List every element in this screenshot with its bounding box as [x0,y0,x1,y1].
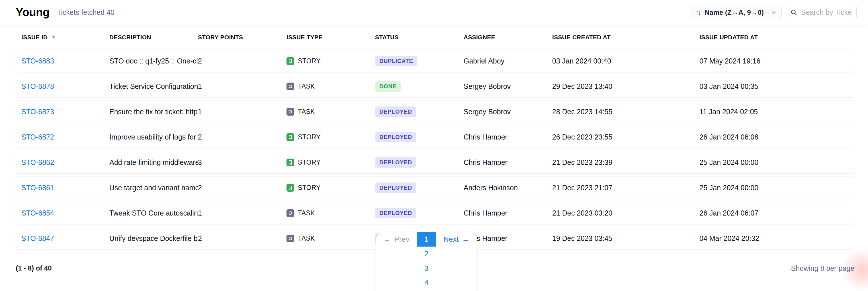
story-points-value: 2 [198,133,286,141]
issue-description: Tweak STO Core autoscaling par... [110,209,198,217]
arrow-right-icon: → [462,235,469,244]
status-cell: DEPLOYED [375,132,464,142]
issue-updated-at: 04 Mar 2024 20:32 [700,234,854,243]
page-number-button[interactable]: 1 [417,232,436,247]
issue-type-cell: STORY [286,184,375,192]
sort-arrows-icon: ↑↓ [695,8,701,17]
story-points-value: 1 [198,82,286,91]
status-cell: DEPLOYED [375,208,464,218]
issue-type-label: STORY [298,57,321,65]
issue-type-label: TASK [298,83,315,90]
top-bar: Young Tickets fetched 40 ↑↓ Name (Z→A, 9… [0,0,868,25]
column-header-issue-type[interactable]: ISSUE TYPE [286,34,375,41]
status-badge: DEPLOYED [375,132,416,142]
story-points-value: 2 [198,57,286,65]
status-cell: DEPLOYED [375,183,464,193]
prev-page-button[interactable]: ← Prev [376,232,417,247]
issue-description: Ticket Service Configuration [110,82,198,91]
story-points-value: 1 [198,209,286,217]
search-input[interactable] [801,8,852,17]
task-icon [286,108,294,116]
page-number-button[interactable]: 3 [417,261,436,276]
issue-description: Unify devspace Dockerfile build [110,234,198,243]
column-header-assignee[interactable]: ASSIGNEE [464,34,552,41]
task-icon [286,209,294,217]
issue-type-label: TASK [298,209,315,217]
issue-type-cell: STORY [286,159,375,166]
issue-type-cell: TASK [286,108,375,116]
story-points-value: 2 [198,184,286,192]
status-badge: DEPLOYED [375,157,416,168]
issue-updated-at: 25 Jan 2024 00:00 [700,184,854,192]
status-cell: DEPLOYED [375,106,464,117]
table-footer: (1 - 8) of 40 ← Prev 1 2 3 4 5 Next → Sh… [16,260,854,277]
issue-type-cell: TASK [286,235,375,242]
sort-dropdown[interactable]: ↑↓ Name (Z→A, 9→0) [690,6,782,19]
table-row: STO-6862 Add rate-limiting middleware to… [16,151,854,174]
column-header-issue-created-at[interactable]: ISSUE CREATED AT [552,34,700,41]
page-number-button[interactable]: 4 [417,276,436,290]
issue-description: Ensure the fix for ticket: https://h... [110,108,198,116]
assignee-name: Sergey Bobrov [464,108,552,116]
table-row: STO-6872 Improve usability of logs for f… [16,126,854,148]
assignee-name: Chris Hamper [464,158,552,167]
issue-type-cell: STORY [286,133,375,141]
column-header-status[interactable]: STATUS [375,34,464,41]
page-number-button[interactable]: 2 [417,247,436,261]
story-icon [286,133,294,141]
issue-id-link[interactable]: STO-6862 [21,158,110,167]
story-points-value: 2 [198,234,286,243]
table-row: STO-6861 Use target and variant name sea… [16,176,854,199]
issue-id-link[interactable]: STO-6873 [21,108,110,116]
page-title: Young [16,6,50,19]
column-header-description[interactable]: DESCRIPTION [110,34,198,41]
issue-created-at: 26 Dec 2023 23:55 [552,133,700,141]
issue-description: Improve usability of logs for failur... [110,133,198,141]
issue-created-at: 21 Dec 2023 21:07 [552,184,700,192]
issue-id-link[interactable]: STO-6854 [21,209,110,217]
issue-type-label: STORY [298,159,321,166]
issue-id-link[interactable]: STO-6872 [21,133,110,141]
search-icon [790,9,798,16]
issue-created-at: 21 Dec 2023 03:20 [552,209,700,217]
issue-created-at: 28 Dec 2023 14:55 [552,108,700,116]
issue-id-link[interactable]: STO-6861 [21,184,110,192]
task-icon [286,83,294,90]
issue-id-link[interactable]: STO-6847 [21,234,110,243]
column-header-issue-updated-at[interactable]: ISSUE UPDATED AT [700,34,854,41]
arrow-left-icon: ← [383,235,391,244]
column-header-story-points[interactable]: STORY POINTS [198,34,286,41]
next-page-button[interactable]: Next → [436,232,477,247]
search-box[interactable] [786,6,857,19]
issue-type-label: STORY [298,133,321,141]
assignee-name: Gabriel Aboy [464,57,552,65]
status-cell: DONE [375,81,464,92]
sort-desc-icon: ▼ [51,34,56,40]
story-points-value: 1 [198,108,286,116]
column-header-issue-id[interactable]: ISSUE ID ▼ [21,34,110,41]
status-badge: DUPLICATE [375,56,417,66]
story-points-value: 3 [198,158,286,167]
assignee-name: Chris Hamper [464,234,552,243]
issue-id-link[interactable]: STO-6883 [21,57,110,65]
story-icon [286,57,294,65]
assignee-name: Chris Hamper [464,133,552,141]
issue-type-label: TASK [298,235,315,242]
table-row: STO-6854 Tweak STO Core autoscaling par.… [16,202,854,224]
issue-updated-at: 11 Jan 2024 02:05 [700,108,854,116]
issue-created-at: 21 Dec 2023 23:39 [552,158,700,167]
assignee-name: Chris Hamper [464,209,552,217]
story-icon [286,184,294,192]
issue-created-at: 19 Dec 2023 03:45 [552,234,700,243]
status-badge: DEPLOYED [375,208,416,218]
status-badge: DEPLOYED [375,183,416,193]
page-number-button[interactable]: 5 [417,290,436,291]
ticket-table: ISSUE ID ▼ DESCRIPTION STORY POINTS ISSU… [0,25,868,277]
issue-updated-at: 07 May 2024 19:16 [700,57,854,65]
sort-selected-value: Name (Z→A, 9→0) [705,8,764,17]
issue-id-link[interactable]: STO-6878 [21,82,110,91]
chevron-down-icon [771,9,777,15]
issue-type-label: TASK [298,108,315,116]
table-row: STO-6878 Ticket Service Configuration 1 … [16,75,854,98]
issue-type-label: STORY [298,184,321,192]
